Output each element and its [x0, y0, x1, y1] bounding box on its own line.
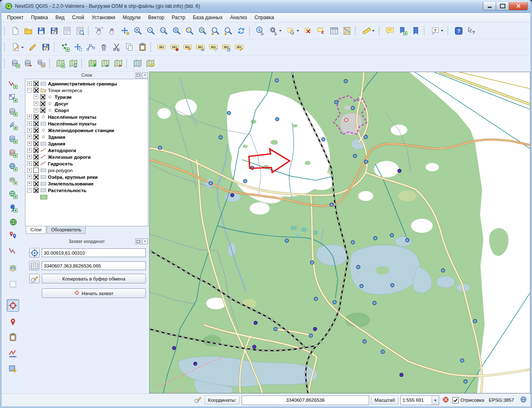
expander-minus-icon[interactable]: − — [27, 88, 32, 93]
db-manager-button[interactable] — [35, 58, 47, 70]
visibility-checkbox[interactable] — [40, 101, 45, 106]
visibility-checkbox[interactable] — [33, 188, 39, 193]
layer-item[interactable]: +Населённые пункты — [25, 114, 148, 120]
close-panel-button[interactable]: × — [142, 238, 148, 244]
help-contents-button[interactable]: ? — [452, 25, 465, 37]
coordinate-capture-button[interactable] — [7, 299, 19, 312]
composer-manager-button[interactable] — [74, 25, 86, 37]
visibility-checkbox[interactable] — [33, 141, 39, 146]
layer-item[interactable]: +Землепользование — [25, 180, 148, 187]
add-oracle-layer-button[interactable] — [7, 147, 19, 159]
toolbar-handle[interactable] — [424, 26, 426, 35]
dropdown-arrow-icon[interactable] — [21, 47, 24, 50]
visibility-checkbox[interactable] — [33, 181, 39, 186]
dock-splitter[interactable] — [24, 235, 149, 238]
geo-coordinate-input[interactable] — [42, 248, 146, 257]
dropdown-arrow-icon[interactable] — [279, 30, 282, 33]
add-vector-layer-button[interactable] — [7, 78, 19, 90]
paste-features-button[interactable] — [136, 41, 148, 53]
new-print-composer-button[interactable] — [61, 25, 73, 37]
zoom-full-extent-button[interactable] — [170, 25, 182, 37]
tab-layers[interactable]: Слои — [26, 226, 46, 234]
dropdown-arrow-icon[interactable] — [441, 30, 443, 33]
layer-item[interactable]: +Спорт — [25, 107, 148, 114]
pin-unpin-labels-button[interactable]: abc — [181, 41, 193, 53]
layer-item[interactable]: +Гидросеть — [25, 160, 148, 167]
dropdown-arrow-icon[interactable] — [297, 30, 299, 33]
import-layer-to-db-button[interactable] — [9, 58, 21, 70]
layer-item[interactable]: +poi-polygon — [25, 167, 148, 174]
close-panel-button[interactable]: × — [142, 73, 148, 78]
visibility-checkbox[interactable] — [33, 114, 39, 120]
toolbar-handle[interactable] — [4, 59, 6, 68]
expander-plus-icon[interactable]: + — [27, 168, 32, 173]
toolbar-handle[interactable] — [379, 26, 381, 35]
expander-plus-icon[interactable]: + — [27, 115, 32, 119]
toolbar-handle[interactable] — [249, 26, 251, 35]
scale-combo[interactable] — [400, 395, 439, 405]
expander-plus-icon[interactable]: + — [27, 81, 32, 86]
expander-plus-icon[interactable]: + — [27, 175, 32, 179]
zoom-to-native-resolution-button[interactable]: 1:1 — [157, 25, 170, 37]
deselect-all-button[interactable] — [302, 25, 314, 37]
pan-map-button[interactable] — [106, 25, 118, 37]
toolbar-handle[interactable] — [4, 26, 6, 35]
title-bar[interactable]: NextGIS QGIS - 2.2.0-Valmiera - Выгрузки… — [2, 0, 530, 13]
toolbar-handle[interactable] — [150, 43, 152, 52]
expander-plus-icon[interactable]: + — [27, 155, 32, 159]
visibility-checkbox[interactable] — [33, 81, 39, 86]
layer-item[interactable]: +Населённые пункты — [25, 120, 148, 127]
copy-canvas-button[interactable] — [7, 331, 19, 343]
visibility-checkbox[interactable] — [40, 94, 45, 100]
heatmap-button[interactable] — [7, 347, 19, 360]
expander-plus-icon[interactable]: + — [27, 141, 32, 146]
delete-selected-button[interactable] — [97, 41, 110, 53]
copy-features-button[interactable] — [123, 41, 135, 53]
expander-plus-icon[interactable]: + — [27, 128, 32, 133]
map-tips-button[interactable] — [384, 25, 396, 37]
visibility-checkbox[interactable] — [33, 148, 39, 153]
move-label-button[interactable]: abc — [207, 41, 219, 53]
track-mouse-button[interactable] — [29, 274, 40, 283]
embed-layers-button[interactable] — [7, 262, 19, 274]
expander-plus-icon[interactable]: + — [27, 135, 32, 139]
layer-item[interactable]: +Озёра, крупные реки — [25, 174, 148, 180]
toggle-editing-button[interactable] — [27, 41, 39, 53]
add-wms-layer-button[interactable] — [7, 160, 19, 173]
toolbar-handle[interactable] — [355, 26, 357, 35]
add-spatialite-layer-button[interactable] — [7, 119, 19, 132]
add-oracle-georaster-button[interactable] — [7, 229, 19, 242]
zoom-last-button[interactable] — [209, 25, 221, 37]
expander-minus-icon[interactable]: − — [27, 188, 32, 193]
menu-vector[interactable]: Вектор — [144, 14, 168, 21]
save-layer-edits-button[interactable] — [40, 41, 52, 53]
offline-editing-convert-button[interactable] — [54, 58, 66, 70]
menu-help[interactable]: Справка — [251, 14, 278, 21]
node-tool-button[interactable] — [85, 41, 97, 53]
raster-terrain-analysis-button[interactable] — [144, 58, 156, 70]
identify-features-button[interactable]: i — [254, 25, 266, 37]
menu-settings[interactable]: Установки — [88, 14, 119, 21]
menu-plugins[interactable]: Модули — [119, 14, 144, 21]
zoom-to-selection-button[interactable] — [183, 25, 195, 37]
export-layer-from-db-button[interactable] — [22, 58, 34, 70]
layer-item[interactable]: +Здания — [25, 134, 148, 140]
visibility-checkbox[interactable] — [33, 168, 39, 173]
map-canvas[interactable] — [149, 72, 530, 393]
add-feature-button[interactable] — [59, 41, 71, 53]
zoom-out-button[interactable] — [145, 25, 157, 37]
visibility-checkbox[interactable] — [33, 174, 39, 180]
save-project-as-button[interactable] — [48, 25, 60, 37]
save-project-button[interactable] — [35, 25, 47, 37]
minimize-button[interactable] — [483, 2, 496, 10]
new-layer-menu-button[interactable] — [7, 245, 19, 257]
visibility-checkbox[interactable] — [33, 88, 39, 93]
select-features-button[interactable] — [285, 25, 301, 37]
toolbar-handle[interactable] — [126, 59, 128, 68]
select-by-expression-button[interactable]: ε — [315, 25, 327, 37]
touch-zoom-and-pan-button[interactable] — [93, 25, 105, 37]
crs-status[interactable]: EPSG:3857 — [486, 398, 517, 403]
run-feature-action-button[interactable] — [267, 25, 284, 37]
crs-globe-button[interactable] — [519, 395, 528, 405]
visibility-checkbox[interactable] — [33, 121, 39, 126]
